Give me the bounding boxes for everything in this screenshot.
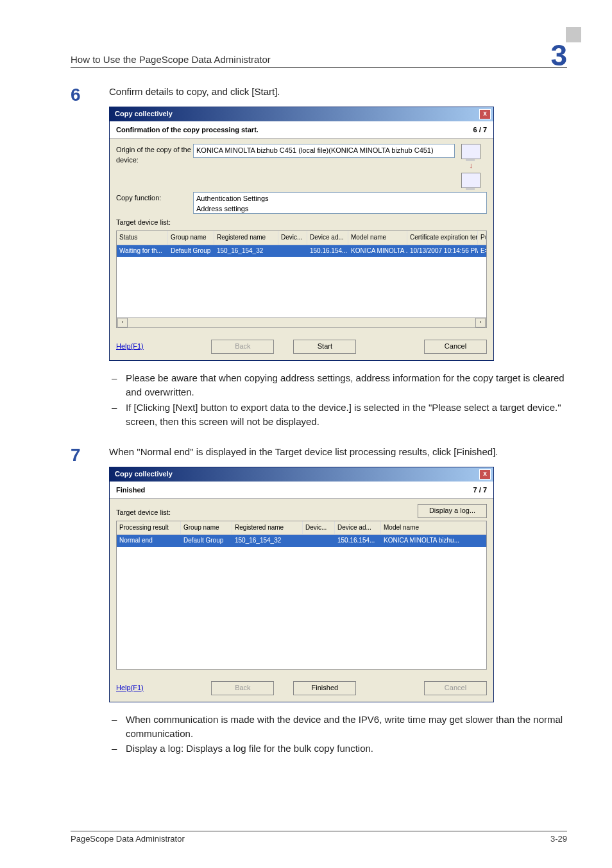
cell-devad-7: 150.16.154... — [335, 535, 381, 547]
origin-textbox: KONICA MINOLTA bizhub C451 (local file)(… — [193, 144, 455, 158]
step-7-number: 7 — [71, 445, 109, 707]
cell-devad: 150.16.154... — [307, 245, 348, 257]
table-row[interactable]: Normal end Default Group 150_16_154_32 1… — [117, 535, 486, 547]
cell-group-7: Default Group — [181, 535, 232, 547]
copyfunc-label: Copy function: — [116, 192, 193, 204]
col-result[interactable]: Processing result — [117, 521, 181, 535]
col-public[interactable]: Public — [478, 231, 486, 245]
cell-status: Waiting for th... — [117, 245, 168, 257]
cell-regname-7: 150_16_154_32 — [232, 535, 303, 547]
computer-icon — [461, 173, 480, 188]
col-devic[interactable]: Devic... — [278, 231, 307, 245]
cell-devic — [278, 245, 307, 257]
step-6-number: 6 — [71, 85, 109, 366]
cell-result: Normal end — [117, 535, 181, 547]
horizontal-scrollbar[interactable]: ‹ › — [117, 317, 486, 327]
copyfunc-listbox: Authentication Settings Address settings — [193, 192, 487, 214]
table-row[interactable]: Waiting for th... Default Group 150_16_1… — [117, 245, 486, 257]
dialog7-step-count: 7 / 7 — [473, 485, 487, 496]
display-log-button[interactable]: Display a log... — [418, 504, 487, 518]
cell-devic-7 — [303, 535, 335, 547]
close-icon[interactable]: x — [479, 109, 491, 119]
device-icon-group: ↓ — [455, 144, 487, 188]
col-model[interactable]: Model name — [348, 231, 407, 245]
scroll-left-icon[interactable]: ‹ — [117, 318, 128, 327]
notes-7: When communication is made with the devi… — [109, 713, 567, 756]
cancel-button-7[interactable]: Cancel — [424, 681, 487, 695]
cell-model: KONICA MINOLTA ... — [348, 245, 407, 257]
target-list-label-7: Target device list: — [116, 508, 171, 518]
col-regname[interactable]: Registered name — [214, 231, 278, 245]
cell-group: Default Group — [168, 245, 214, 257]
auth-settings-item: Authentication Settings — [196, 195, 269, 202]
col-devic-7[interactable]: Devic... — [303, 521, 335, 535]
note-6-2: If [Clicking [Next] button to export dat… — [109, 401, 567, 429]
corner-decoration — [566, 27, 581, 42]
dialog-copy-collectively-7: Copy collectively x Finished 7 / 7 Targe… — [109, 467, 494, 702]
list-header-7: Processing result Group name Registered … — [117, 521, 486, 535]
finished-button[interactable]: Finished — [293, 681, 356, 695]
help-link-6[interactable]: Help(F1) — [116, 342, 144, 352]
step-7-text: When "Normal end" is displayed in the Ta… — [109, 445, 567, 459]
footer-right: 3-29 — [550, 834, 567, 844]
col-devad[interactable]: Device ad... — [307, 231, 348, 245]
cell-public: E=ssl — [478, 245, 486, 257]
target-list-label-6: Target device list: — [116, 218, 487, 228]
note-6-1: Please be aware that when copying addres… — [109, 371, 567, 399]
cell-regname: 150_16_154_32 — [214, 245, 278, 257]
note-7-2: Display a log: Displays a log file for t… — [109, 742, 567, 756]
chapter-number: 3 — [550, 42, 567, 69]
footer-left: PageScope Data Administrator — [71, 834, 185, 844]
page-header: How to Use the PageScope Data Administra… — [71, 39, 567, 68]
col-regname-7[interactable]: Registered name — [232, 521, 303, 535]
address-settings-item: Address settings — [196, 205, 248, 213]
notes-6: Please be aware that when copying addres… — [109, 371, 567, 428]
arrow-down-icon: ↓ — [469, 161, 473, 171]
col-status[interactable]: Status — [117, 231, 168, 245]
list-header-6: Status Group name Registered name Devic.… — [117, 231, 486, 245]
page-footer: PageScope Data Administrator 3-29 — [71, 831, 567, 844]
cell-model-7: KONICA MINOLTA bizhu... — [381, 535, 486, 547]
col-group-7[interactable]: Group name — [181, 521, 232, 535]
back-button-7[interactable]: Back — [211, 681, 274, 695]
col-cert[interactable]: Certificate expiration term — [407, 231, 478, 245]
step-6-text: Confirm details to copy, and click [Star… — [109, 85, 567, 99]
cell-cert: 10/13/2007 10:14:56 PM... — [407, 245, 478, 257]
computer-icon — [461, 144, 480, 159]
titlebar-7: Copy collectively x — [110, 467, 493, 482]
dialog6-title: Copy collectively — [115, 109, 173, 119]
col-group[interactable]: Group name — [168, 231, 214, 245]
help-link-7[interactable]: Help(F1) — [116, 683, 144, 693]
note-7-1: When communication is made with the devi… — [109, 713, 567, 741]
col-devad-7[interactable]: Device ad... — [335, 521, 381, 535]
titlebar-6: Copy collectively x — [110, 107, 493, 121]
dialog7-title: Copy collectively — [115, 469, 173, 480]
target-device-list-6[interactable]: Status Group name Registered name Devic.… — [116, 230, 487, 328]
dialog6-head-left: Confirmation of the copy processing star… — [116, 125, 259, 135]
close-icon[interactable]: x — [479, 469, 491, 480]
scroll-right-icon[interactable]: › — [475, 318, 486, 327]
back-button-6[interactable]: Back — [211, 340, 274, 354]
cancel-button-6[interactable]: Cancel — [424, 340, 487, 354]
target-device-list-7[interactable]: Processing result Group name Registered … — [116, 521, 487, 670]
dialog7-head-left: Finished — [116, 485, 145, 496]
section-title: How to Use the PageScope Data Administra… — [71, 54, 271, 65]
col-model-7[interactable]: Model name — [381, 521, 486, 535]
start-button[interactable]: Start — [293, 340, 356, 354]
origin-label: Origin of the copy of the device: — [116, 144, 193, 166]
dialog6-step-count: 6 / 7 — [473, 125, 487, 135]
dialog-copy-collectively-6: Copy collectively x Confirmation of the … — [109, 107, 494, 361]
